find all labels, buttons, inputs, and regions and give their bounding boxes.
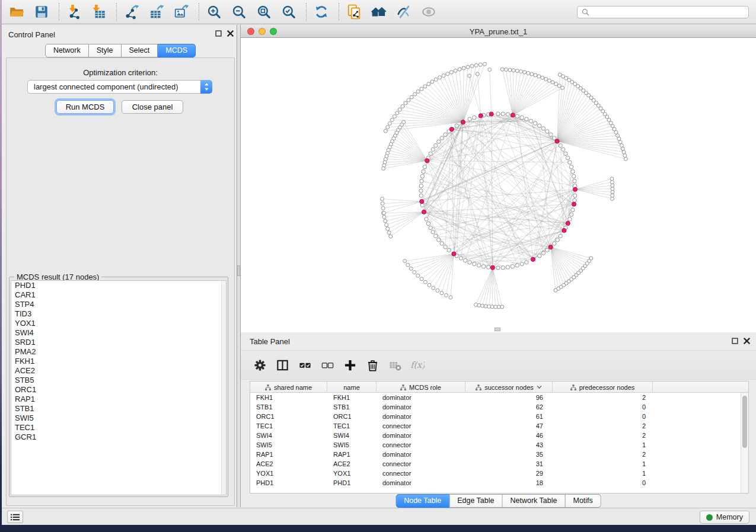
zoom-out-icon[interactable]: [230, 3, 248, 21]
cell-shared-name: TEC1: [250, 421, 327, 431]
column-header-filler: [653, 382, 748, 393]
table-row[interactable]: ORC1ORC1dominator610: [250, 412, 748, 421]
cell-name: RAP1: [327, 450, 377, 459]
result-node-item[interactable]: CAR1: [11, 290, 226, 300]
result-node-item[interactable]: ACE2: [11, 366, 226, 376]
search-input[interactable]: [589, 7, 748, 17]
cell-shared-name: YOX1: [250, 469, 327, 478]
panel-splitter[interactable]: [237, 25, 241, 507]
cell-MCDS-role: dominator: [377, 450, 465, 459]
column-header-predecessor-nodes[interactable]: predecessor nodes: [553, 382, 653, 393]
cell-predecessor-nodes: 0: [553, 402, 653, 412]
network-titlebar[interactable]: YPA_prune.txt_1: [241, 25, 756, 38]
result-node-item[interactable]: PMA2: [11, 347, 226, 357]
export-network-icon[interactable]: [123, 3, 141, 21]
clone-network-icon[interactable]: [345, 3, 363, 21]
network-overview-icon[interactable]: [370, 3, 388, 21]
splitter-handle[interactable]: [237, 265, 240, 276]
tab-network-table[interactable]: Network Table: [503, 494, 566, 508]
export-table-icon[interactable]: [148, 3, 165, 21]
search-box[interactable]: [577, 6, 749, 18]
close-table-panel-icon[interactable]: [744, 338, 750, 344]
result-node-item[interactable]: SWI5: [11, 414, 226, 423]
result-node-item[interactable]: FKH1: [11, 357, 226, 366]
result-node-item[interactable]: ORC1: [11, 385, 226, 395]
cell-predecessor-nodes: 2: [553, 393, 653, 402]
table-row[interactable]: STB1STB1dominator620: [250, 402, 748, 412]
result-node-item[interactable]: SRD1: [11, 338, 226, 347]
import-network-icon[interactable]: [65, 3, 83, 21]
result-node-item[interactable]: STB1: [11, 404, 226, 414]
task-history-button[interactable]: [7, 511, 23, 523]
mcds-result-list[interactable]: PHD1CAR1STP4TID3YOX1SWI4SRD1PMA2FKH1ACE2…: [11, 280, 227, 495]
column-header-shared-name[interactable]: shared name: [250, 382, 327, 393]
result-node-item[interactable]: TID3: [11, 309, 226, 319]
result-node-item[interactable]: STB5: [11, 376, 226, 385]
result-node-item[interactable]: SWI4: [11, 328, 226, 338]
result-node-item[interactable]: RAP1: [11, 395, 226, 404]
save-session-icon[interactable]: [33, 3, 50, 21]
network-table-splitter-handle[interactable]: [495, 328, 500, 331]
table-tabs: Node TableEdge TableNetwork TableMotifs: [395, 494, 601, 508]
table-row[interactable]: YOX1YOX1connector291: [250, 469, 748, 478]
table-row[interactable]: FKH1FKH1dominator962: [250, 393, 748, 402]
import-table-icon[interactable]: [90, 3, 108, 21]
svg-text:f(x): f(x): [411, 360, 425, 370]
run-mcds-button[interactable]: Run MCDS: [56, 100, 114, 114]
tab-motifs[interactable]: Motifs: [565, 494, 601, 508]
float-panel-icon[interactable]: [215, 30, 222, 37]
optimization-criterion-select[interactable]: largest connected component (undirected): [27, 80, 212, 94]
cell-MCDS-role: connector: [377, 421, 465, 431]
column-header-name[interactable]: name: [327, 382, 377, 393]
tab-mcds[interactable]: MCDS: [158, 44, 196, 57]
open-file-icon[interactable]: [8, 3, 25, 21]
result-scrollbar[interactable]: [221, 281, 226, 495]
result-node-item[interactable]: GCR1: [11, 432, 226, 442]
tab-network[interactable]: Network: [45, 44, 89, 57]
cell-predecessor-nodes: 0: [553, 412, 653, 421]
table-row[interactable]: RAP1RAP1dominator352: [250, 450, 748, 459]
select-all-icon[interactable]: [297, 357, 313, 373]
cell-predecessor-nodes: 0: [553, 478, 653, 488]
table-settings-icon[interactable]: [252, 357, 268, 373]
refresh-view-icon[interactable]: [312, 3, 330, 21]
table-scrollbar-thumb[interactable]: [742, 396, 747, 448]
table-row[interactable]: PHD1PHD1dominator180: [250, 478, 748, 488]
table-row[interactable]: SWI4SWI4dominator462: [250, 431, 748, 440]
column-layout-icon[interactable]: [275, 357, 291, 373]
tab-style[interactable]: Style: [89, 44, 122, 57]
cell-shared-name: ORC1: [250, 412, 327, 421]
table-row[interactable]: TEC1TEC1connector472: [250, 421, 748, 431]
close-panel-button[interactable]: Close panel: [122, 100, 183, 114]
result-node-item[interactable]: YOX1: [11, 319, 226, 328]
float-table-panel-icon[interactable]: [732, 338, 738, 344]
select-stepper-icon: [200, 80, 212, 94]
table-scrollbar[interactable]: [741, 393, 748, 493]
result-node-item[interactable]: STP4: [11, 300, 226, 309]
column-header-MCDS-role[interactable]: MCDS role: [377, 382, 465, 393]
column-header-successor-nodes[interactable]: successor nodes: [465, 382, 553, 393]
zoom-in-icon[interactable]: [205, 3, 223, 21]
zoom-fit-icon[interactable]: [255, 3, 273, 21]
export-image-icon[interactable]: [173, 3, 190, 21]
memory-button[interactable]: Memory: [700, 511, 749, 524]
unselect-all-icon[interactable]: [320, 357, 336, 373]
hide-panels-icon[interactable]: [395, 3, 413, 21]
tab-select[interactable]: Select: [122, 44, 158, 57]
table-row[interactable]: ACE2ACE2connector311: [250, 459, 748, 469]
tab-edge-table[interactable]: Edge Table: [449, 494, 502, 508]
control-panel-tabs: NetworkStyleSelectMCDS: [5, 44, 236, 57]
tab-node-table[interactable]: Node Table: [395, 494, 449, 508]
delete-icon[interactable]: [365, 357, 381, 373]
toolbar-separator: [199, 3, 199, 21]
table-row[interactable]: SWI5SWI5connector431: [250, 440, 748, 450]
network-canvas[interactable]: [241, 38, 756, 332]
result-node-item[interactable]: TEC1: [11, 423, 226, 432]
cell-successor-nodes: 61: [465, 412, 553, 421]
close-panel-icon[interactable]: [227, 30, 234, 37]
control-panel-title: Control Panel: [8, 30, 55, 39]
add-icon[interactable]: [342, 357, 358, 373]
zoom-selected-icon[interactable]: [280, 3, 298, 21]
result-node-item[interactable]: PHD1: [11, 281, 226, 290]
show-hidden-icon[interactable]: [420, 3, 438, 21]
